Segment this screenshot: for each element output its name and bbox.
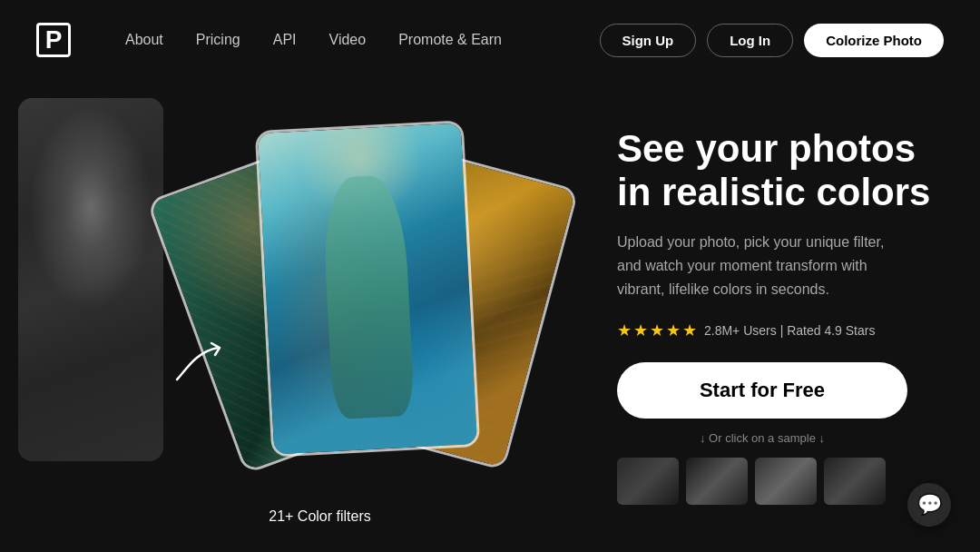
nav-pricing[interactable]: Pricing [196, 32, 240, 48]
logo[interactable]: P [36, 23, 71, 57]
nav-actions: Sign Up Log In Colorize Photo [600, 24, 945, 57]
chat-icon: 💬 [917, 493, 942, 517]
nav-promote[interactable]: Promote & Earn [398, 32, 502, 48]
star-4: ★ [666, 320, 681, 340]
navigation: P About Pricing API Video Promote & Earn… [0, 0, 980, 80]
login-button[interactable]: Log In [707, 24, 793, 57]
hero-title: See your photos in realistic colors [617, 127, 944, 215]
rating-row: ★ ★ ★ ★ ★ 2.8M+ Users | Rated 4.9 Stars [617, 320, 944, 340]
colorize-button[interactable]: Colorize Photo [804, 24, 944, 57]
cards-area: 21+ Color filters [0, 80, 599, 552]
sample-thumb-4[interactable] [824, 458, 886, 505]
star-3: ★ [650, 320, 664, 340]
star-1: ★ [617, 320, 632, 340]
filters-caption: 21+ Color filters [269, 508, 371, 525]
star-2: ★ [633, 320, 648, 340]
hero-section: 21+ Color filters See your photos in rea… [0, 80, 980, 552]
hero-text: See your photos in realistic colors Uplo… [599, 127, 944, 505]
bw-photo [18, 98, 163, 461]
nav-api[interactable]: API [273, 32, 297, 48]
nav-about[interactable]: About [125, 32, 163, 48]
nav-links: About Pricing API Video Promote & Earn [125, 32, 600, 48]
star-rating: ★ ★ ★ ★ ★ [617, 320, 697, 340]
nav-video[interactable]: Video [329, 32, 367, 48]
sample-thumb-2[interactable] [686, 458, 748, 505]
sample-thumb-3[interactable] [755, 458, 817, 505]
star-5: ★ [682, 320, 697, 340]
arrow-icon [168, 334, 240, 389]
rating-text: 2.8M+ Users | Rated 4.9 Stars [704, 323, 875, 338]
signup-button[interactable]: Sign Up [600, 24, 697, 57]
start-free-button[interactable]: Start for Free [617, 362, 907, 419]
sample-thumb-1[interactable] [617, 458, 679, 505]
sample-hint: ↓ Or click on a sample ↓ [617, 431, 907, 445]
hero-description: Upload your photo, pick your unique filt… [617, 231, 907, 301]
sample-thumbnails [617, 458, 907, 505]
photo-cards-fan [181, 107, 544, 516]
chat-button[interactable]: 💬 [907, 483, 951, 527]
card-center [255, 120, 481, 458]
